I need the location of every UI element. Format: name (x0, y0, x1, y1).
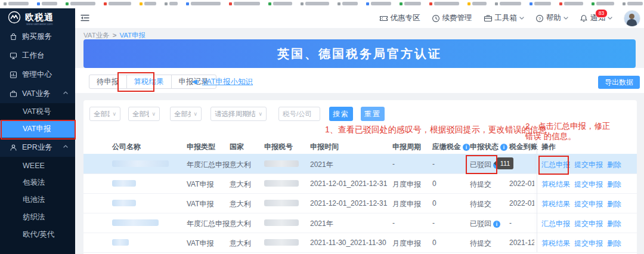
avatar[interactable] (624, 10, 640, 27)
bookmark-favicon-icon (4, 2, 7, 5)
reset-button[interactable]: 重置 (361, 107, 385, 121)
topbar-item-0[interactable]: 优惠专区 (379, 13, 420, 23)
filter-select-0[interactable]: 全部国家∨ (89, 107, 120, 121)
cell-申报周期: 月度申报 (392, 179, 421, 190)
sidebar-item-0[interactable]: 购买服务 (0, 27, 75, 46)
sidebar-subitem-包装法[interactable]: 包装法 (0, 174, 75, 191)
bookmark-title (534, 2, 551, 5)
tab-待申报[interactable]: 待申报 (89, 75, 127, 89)
bookmark-item[interactable] (104, 2, 131, 5)
bookmark-item[interactable] (186, 2, 221, 5)
action-link-提交申报[interactable]: 提交申报 (574, 160, 603, 170)
breadcrumb-current: VAT申报 (119, 32, 145, 39)
action-link-删除[interactable]: 删除 (607, 199, 621, 209)
status-info-icon[interactable]: i (493, 221, 500, 228)
action-link-提交申报[interactable]: 提交申报 (574, 199, 603, 209)
cell-申报时间: 2021年 (310, 219, 333, 229)
action-link-提交申报[interactable]: 提交申报 (574, 179, 603, 190)
bookmark-item[interactable] (229, 2, 260, 5)
tab-算税结果[interactable]: 算税结果 (126, 75, 172, 89)
bookmark-item[interactable] (301, 2, 329, 5)
action-link-算税结果[interactable]: 算税结果 (541, 199, 570, 209)
bookmark-item[interactable] (495, 2, 521, 5)
sidebar-subitem-WEEE[interactable]: WEEE (0, 157, 75, 174)
action-link-删除[interactable]: 删除 (607, 219, 621, 229)
sidebar-subitem-VAT申报[interactable]: VAT申报 (0, 120, 75, 138)
bookmark-item[interactable] (4, 2, 29, 5)
sidebar-subitem-VAT税号[interactable]: VAT税号 (0, 103, 75, 120)
browser-bookmarks-bar[interactable] (0, 0, 644, 8)
cell-税金到账: - (509, 219, 534, 227)
bookmark-title (342, 2, 358, 5)
sidebar-item-1[interactable]: 工作台 (0, 46, 75, 65)
action-link-汇总申报[interactable]: 汇总申报 (541, 160, 570, 170)
bookmark-item[interactable] (400, 2, 421, 5)
vat-knowledge-link[interactable]: VAT申报小知识 (192, 77, 253, 87)
vat-number-redacted (264, 180, 299, 187)
keyword-input[interactable] (278, 107, 320, 121)
sidebar-item-4[interactable]: EPR业务 (0, 138, 75, 157)
menu-fold-icon[interactable] (80, 14, 89, 22)
action-link-删除[interactable]: 删除 (607, 160, 621, 170)
cell-申报周期: 月度申报 (392, 238, 421, 249)
search-button[interactable]: 搜索 (329, 107, 353, 121)
filter-select-3[interactable]: 请选择周期结束日∨ (210, 107, 267, 121)
action-link-算税结果[interactable]: 算税结果 (541, 238, 570, 249)
info-icon[interactable]: i (500, 144, 507, 151)
action-link-提交申报[interactable]: 提交申报 (574, 219, 603, 229)
bookmark-item[interactable] (66, 2, 95, 5)
sidebar-subitem-纺织法[interactable]: 纺织法 (0, 209, 75, 226)
action-link-汇总申报[interactable]: 汇总申报 (541, 219, 570, 229)
bookmark-item[interactable] (559, 2, 583, 5)
bookmark-item[interactable] (530, 2, 551, 5)
info-icon[interactable]: i (463, 144, 470, 151)
export-data-button[interactable]: 导出数据 (598, 76, 640, 89)
bookmark-item[interactable] (140, 2, 156, 5)
bookmark-item[interactable] (429, 2, 459, 5)
action-link-删除[interactable]: 删除 (607, 179, 621, 190)
sidebar-item-label: 工作台 (22, 51, 45, 61)
filter-select-1[interactable]: 全部状态∨ (128, 107, 160, 121)
cell-申报状态: 待提交 (470, 199, 491, 209)
column-header-label: 应缴税金 (432, 142, 461, 152)
sidebar-item-2[interactable]: 管理中心 (0, 65, 75, 84)
filter-select-2[interactable]: 全部类型∨ (170, 107, 202, 121)
bookmark-favicon-icon (165, 2, 168, 5)
sidebar-item-3[interactable]: VAT业务 (0, 84, 75, 103)
column-header-label: 申报周期 (392, 142, 421, 152)
action-link-提交申报[interactable]: 提交申报 (574, 238, 603, 249)
bookmark-title (564, 2, 583, 5)
sidebar-subitem-电池法[interactable]: 电池法 (0, 191, 75, 209)
cell-国家: 意大利 (230, 199, 251, 209)
cell-税金到账: 2022-01 (509, 179, 534, 188)
bookmark-item[interactable] (165, 2, 178, 5)
bookmark-item[interactable] (467, 2, 487, 5)
bookmark-item[interactable] (623, 2, 643, 5)
topbar-item-4[interactable]: 通知83 (580, 13, 612, 23)
bookmark-title (472, 2, 487, 5)
cell-操作: 汇总申报提交申报删除 (541, 219, 621, 229)
sidebar-subitem-欧代/英代[interactable]: 欧代/英代 (0, 226, 75, 243)
topbar-item-2[interactable]: 工具箱 (484, 13, 525, 23)
company-name-redacted (112, 180, 136, 187)
bookmark-favicon-icon (559, 2, 562, 5)
status-label: 已驳回 (470, 219, 491, 229)
table-row: 年度汇总申报意大利2021年--已驳回i-汇总申报提交申报删除 (83, 213, 637, 233)
topbar-item-1[interactable]: 续费管理 (432, 13, 472, 23)
cell-申报时间: 2021年 (310, 160, 333, 170)
action-link-算税结果[interactable]: 算税结果 (541, 179, 570, 190)
bookmark-item[interactable] (366, 2, 391, 5)
breadcrumb-parent[interactable]: VAT业务 (83, 32, 110, 39)
bookmark-item[interactable] (338, 2, 358, 5)
bookmark-title (371, 2, 391, 5)
bookmark-item[interactable] (268, 2, 292, 5)
bookmark-item[interactable] (592, 2, 614, 5)
cell-操作: 算税结果提交申报删除 (541, 238, 621, 249)
bookmark-title (109, 2, 131, 5)
action-link-删除[interactable]: 删除 (607, 238, 621, 249)
ticket-icon (379, 14, 388, 22)
topbar-item-label: 优惠专区 (391, 13, 420, 23)
bookmark-item[interactable] (37, 2, 57, 5)
app-logo[interactable]: 欧税通 www.vatmaster.com (0, 8, 75, 27)
topbar-item-3[interactable]: ?帮助 (535, 13, 568, 23)
